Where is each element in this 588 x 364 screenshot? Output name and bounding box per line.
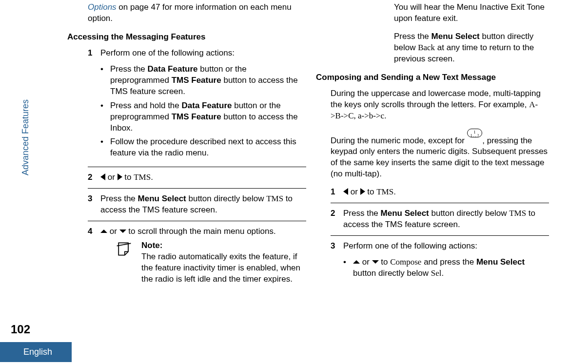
step-3: 3 Press the Menu Select button directly …: [88, 193, 306, 216]
language-tab: English: [0, 342, 72, 362]
t: or: [107, 227, 119, 236]
divider: [331, 235, 549, 236]
bullet-1c: Follow the procedure described next to a…: [100, 136, 306, 159]
tms-label: TMS: [509, 209, 526, 218]
step-number: 3: [88, 193, 95, 216]
step1-text: Perform one of the following actions:: [100, 48, 235, 57]
tms-label: TMS: [134, 172, 151, 182]
t: Press the: [343, 209, 381, 218]
bullet-1b: Press and hold the Data Feature button o…: [100, 100, 306, 134]
top-continuation-text: on page 47 for more information on each …: [88, 2, 292, 23]
divider: [88, 167, 306, 167]
bullet-r3: or to Compose and press the Menu Select …: [343, 257, 549, 279]
step-number: 4: [88, 226, 95, 285]
t: to: [379, 257, 391, 267]
r-step-3: 3 Perform one of the following actions: …: [331, 241, 549, 282]
r-p1: During the uppercase and lowercase mode,…: [331, 88, 549, 122]
t: Perform one of the following actions:: [343, 241, 477, 250]
note-body: The radio automatically exits the featur…: [141, 251, 306, 285]
sel-label: Sel: [431, 268, 442, 278]
t: to: [122, 172, 134, 182]
menu-select-label: Menu Select: [138, 194, 186, 203]
step-number: 2: [331, 208, 337, 230]
t: or: [348, 187, 360, 196]
t: to: [365, 187, 377, 196]
t: or: [360, 257, 372, 267]
t: During the numeric mode, except for: [331, 136, 467, 145]
menu-select-label: Menu Select: [381, 209, 429, 218]
arrow-left-icon: [100, 173, 105, 180]
menu-select-label: Menu Select: [431, 32, 480, 41]
compose-label: Compose: [390, 257, 421, 267]
t: During the uppercase and lowercase mode,…: [331, 89, 541, 109]
t: button directly below: [429, 209, 509, 218]
step-2: 2 or to TMS.: [88, 172, 306, 183]
t: button directly below: [353, 268, 431, 278]
tms-feature-label: TMS Feature: [172, 112, 221, 121]
heading-composing: Composing and Sending a New Text Message: [316, 73, 549, 82]
t: to scroll through the main menu options.: [126, 227, 276, 236]
menu-select-label: Menu Select: [476, 257, 525, 267]
t: Press and hold the: [110, 101, 181, 110]
divider: [88, 221, 306, 221]
arrow-up-icon: [353, 260, 360, 264]
section-sidebar: Advanced Features: [20, 99, 31, 175]
r-top1: You will hear the Menu Inactive Exit Ton…: [394, 2, 549, 24]
step-number: 1: [88, 48, 95, 162]
r-top2: Press the Menu Select button directly be…: [394, 31, 549, 65]
tms-label: TMS: [376, 187, 393, 196]
divider: [331, 203, 549, 203]
t: Follow the procedure described next to a…: [110, 136, 306, 159]
bullet-1a: Press the Data Feature button or the pre…: [100, 64, 306, 97]
t: .: [151, 172, 153, 182]
r-p2: During the numeric mode, except for 11 .…: [331, 129, 549, 180]
key-sublabel: 1 . , ?: [470, 134, 479, 138]
step-number: 2: [88, 172, 95, 183]
t: Press the: [110, 64, 148, 74]
t: .: [441, 268, 444, 278]
arrow-down-icon: [372, 260, 379, 264]
t: Press the: [394, 32, 431, 41]
r-step-2: 2 Press the Menu Select button directly …: [331, 208, 549, 230]
arrow-right-icon: [118, 173, 122, 180]
arrow-right-icon: [360, 188, 365, 195]
step-1: 1 Perform one of the following actions: …: [88, 48, 306, 162]
top-continuation: Options on page 47 for more information …: [88, 2, 306, 24]
t: and press the: [421, 257, 476, 267]
step-number: 1: [331, 187, 337, 198]
t: button directly below: [186, 194, 266, 203]
t: .: [393, 187, 396, 196]
arrow-left-icon: [343, 188, 348, 195]
options-link: Options: [88, 2, 117, 12]
note-label: Note:: [141, 240, 306, 251]
page-number: 102: [11, 323, 30, 336]
tms-feature-label: TMS Feature: [172, 76, 221, 85]
heading-accessing: Accessing the Messaging Features: [67, 32, 306, 42]
back-label: Back: [418, 43, 435, 52]
divider: [88, 188, 306, 189]
r-step-1: 1 or to TMS.: [331, 187, 549, 198]
t: .: [384, 111, 387, 120]
arrow-up-icon: [100, 230, 107, 233]
note-block: Note: The radio automatically exits the …: [115, 240, 306, 285]
arrow-down-icon: [119, 230, 126, 233]
t: or: [105, 172, 118, 182]
step-number: 3: [331, 241, 337, 282]
note-icon: [115, 240, 133, 258]
t: Press the: [100, 194, 138, 203]
step-4: 4 or to scroll through the main menu opt…: [88, 226, 306, 285]
key-1-icon: 11 . , ?: [467, 129, 483, 137]
data-feature-label: Data Feature: [148, 64, 198, 74]
tms-label: TMS: [266, 194, 283, 203]
data-feature-label: Data Feature: [181, 101, 232, 110]
